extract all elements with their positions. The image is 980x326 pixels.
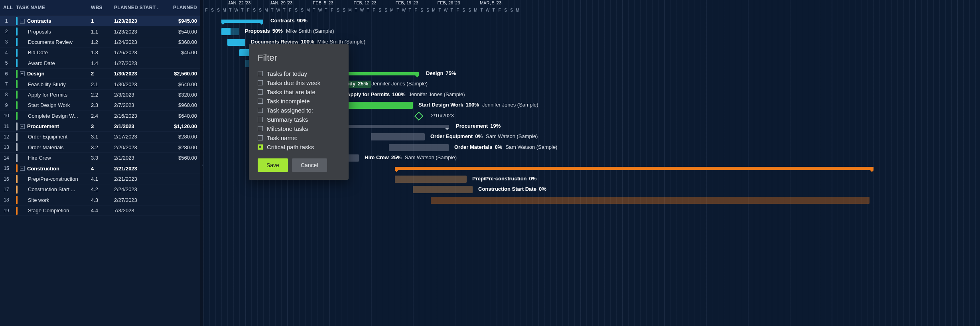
planned-start-cell: 2/1/2023 [111, 123, 159, 129]
timeline-day-label: S [209, 8, 215, 12]
table-row[interactable]: 16Prep/Pre-construction4.12/21/2023 [0, 174, 200, 184]
column-header-wbs[interactable]: WBS [88, 0, 111, 16]
task-name-cell[interactable]: Proposals [13, 28, 88, 36]
table-row[interactable]: 18Site work4.32/27/2023 [0, 195, 200, 205]
cancel-button[interactable]: Cancel [292, 158, 327, 172]
task-name-label: Site work [28, 197, 49, 203]
task-name-cell[interactable]: Complete Design W... [13, 112, 88, 120]
checkbox-icon[interactable] [258, 99, 263, 104]
pane-splitter[interactable] [200, 0, 203, 326]
timeline-day-label: W [275, 8, 281, 12]
task-name-cell[interactable]: −Contracts [13, 17, 88, 25]
task-name-cell[interactable]: Order Materials [13, 143, 88, 151]
gantt-task-bar[interactable] [431, 197, 870, 204]
checkbox-icon[interactable] [258, 135, 263, 140]
filter-option[interactable]: Task name: [258, 134, 340, 141]
gantt-summary-bar[interactable] [395, 167, 874, 170]
task-name-cell[interactable]: Documents Review [13, 38, 88, 46]
table-row[interactable]: 8Apply for Permits2.22/3/2023$320.00 [0, 90, 200, 100]
gantt-summary-bar[interactable] [221, 20, 263, 23]
column-header-taskname[interactable]: TASK NAME [13, 0, 88, 16]
gantt-task-bar[interactable] [221, 28, 239, 35]
filter-option[interactable]: Task incomplete [258, 98, 340, 105]
checkbox-icon[interactable] [258, 71, 263, 76]
row-number: 15 [0, 166, 13, 171]
task-name-cell[interactable]: Feasibility Study [13, 80, 88, 88]
row-number: 19 [0, 208, 13, 213]
table-row[interactable]: 12Order Equipment3.12/17/2023$280.00 [0, 132, 200, 142]
milestone-icon[interactable] [414, 111, 424, 121]
table-row[interactable]: 13Order Materials3.22/20/2023$280.00 [0, 142, 200, 153]
checkbox-icon[interactable] [258, 126, 263, 131]
task-name-cell[interactable]: −Procurement [13, 122, 88, 130]
task-name-label: Complete Design W... [28, 113, 78, 119]
task-name-cell[interactable]: Start Design Work [13, 101, 88, 109]
checkbox-icon[interactable] [258, 89, 263, 95]
task-name-label: Documents Review [28, 39, 73, 45]
planned-cost-cell: $280.00 [159, 134, 200, 140]
task-name-cell[interactable]: Construction Start ... [13, 186, 88, 194]
table-row[interactable]: 17Construction Start ...4.22/24/2023 [0, 184, 200, 195]
table-row[interactable]: 6−Design21/30/2023$2,560.00 [0, 69, 200, 79]
timeline-day-label: F [203, 8, 209, 12]
filter-option[interactable]: Tasks for today [258, 70, 340, 77]
task-name-cell[interactable]: Site work [13, 196, 88, 204]
filter-option[interactable]: Task assigned to: [258, 107, 340, 114]
task-name-cell[interactable]: Order Equipment [13, 133, 88, 141]
task-name-cell[interactable]: Award Date [13, 59, 88, 67]
gantt-task-bar[interactable] [389, 144, 449, 151]
timeline-day-label: M [221, 8, 227, 12]
table-row[interactable]: 19Stage Completion4.47/3/2023 [0, 205, 200, 216]
table-row[interactable]: 5Award Date1.41/27/2023 [0, 58, 200, 69]
collapse-icon[interactable]: − [20, 71, 25, 76]
collapse-icon[interactable]: − [20, 166, 25, 171]
planned-cost-cell: $640.00 [159, 113, 200, 119]
filter-option[interactable]: Summary tasks [258, 116, 340, 123]
gantt-task-bar[interactable] [227, 39, 245, 46]
task-name-cell[interactable]: −Construction [13, 164, 88, 172]
filter-option[interactable]: Critical path tasks [258, 144, 340, 150]
gantt-task-bar[interactable] [395, 176, 467, 183]
filter-option[interactable]: Milestone tasks [258, 125, 340, 132]
task-name-label: Construction Start ... [28, 186, 75, 192]
save-button[interactable]: Save [258, 158, 288, 172]
checkbox-icon[interactable] [258, 144, 263, 150]
filter-option-label: Task assigned to: [267, 107, 313, 114]
wbs-cell: 1.2 [88, 39, 111, 45]
planned-start-cell: 1/26/2023 [111, 49, 159, 55]
color-strip [16, 28, 18, 36]
column-header-all[interactable]: ALL [0, 0, 13, 16]
filter-option[interactable]: Tasks due this week [258, 79, 340, 86]
column-header-planned-cost[interactable]: PLANNED [159, 0, 200, 16]
task-name-cell[interactable]: Bid Date [13, 49, 88, 57]
table-row[interactable]: 15−Construction42/21/2023 [0, 163, 200, 174]
table-row[interactable]: 14Hire Crew3.32/1/2023$560.00 [0, 153, 200, 163]
table-row[interactable]: 9Start Design Work2.32/7/2023$960.00 [0, 100, 200, 111]
table-row[interactable]: 3Documents Review1.21/24/2023$360.00 [0, 37, 200, 47]
collapse-icon[interactable]: − [20, 19, 25, 24]
table-row[interactable]: 2Proposals1.11/23/2023$540.00 [0, 26, 200, 37]
color-strip [16, 207, 18, 215]
collapse-icon[interactable]: − [20, 124, 25, 129]
gantt-task-bar[interactable] [413, 186, 473, 193]
task-name-cell[interactable]: Stage Completion [13, 207, 88, 215]
table-row[interactable]: 10Complete Design W...2.42/16/2023$640.0… [0, 111, 200, 121]
filter-option[interactable]: Tasks that are late [258, 89, 340, 95]
task-name-cell[interactable]: Hire Crew [13, 154, 88, 162]
checkbox-icon[interactable] [258, 80, 263, 85]
gantt-task-bar[interactable] [371, 133, 425, 140]
table-row[interactable]: 11−Procurement32/1/2023$1,120.00 [0, 121, 200, 132]
column-header-planned-start[interactable]: PLANNED START ... [111, 0, 159, 16]
checkbox-icon[interactable] [258, 117, 263, 122]
checkbox-icon[interactable] [258, 108, 263, 113]
timeline-day-label: W [485, 8, 491, 12]
table-row[interactable]: 4Bid Date1.31/26/2023$45.00 [0, 47, 200, 58]
task-name-cell[interactable]: Prep/Pre-construction [13, 175, 88, 183]
task-name-cell[interactable]: −Design [13, 70, 88, 78]
task-name-label: Design [27, 71, 44, 77]
table-row[interactable]: 1−Contracts11/23/2023$945.00 [0, 16, 200, 26]
gantt-bar-label: Construction Start Date0% [478, 186, 546, 192]
task-name-cell[interactable]: Apply for Permits [13, 91, 88, 99]
timeline-day-label: M [431, 8, 437, 12]
table-row[interactable]: 7Feasibility Study2.11/30/2023$640.00 [0, 79, 200, 89]
